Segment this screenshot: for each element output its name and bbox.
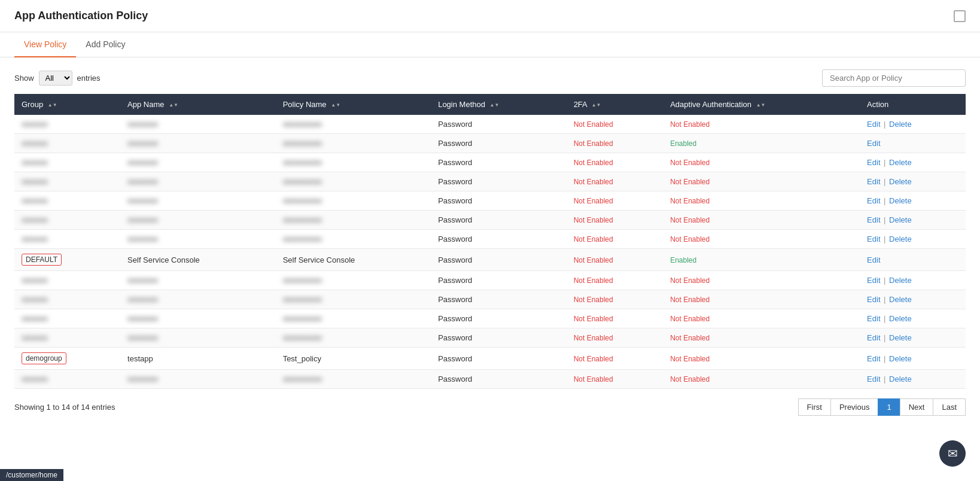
col-group[interactable]: Group ▲▼ [14, 94, 120, 115]
cell-2fa: Not Enabled [567, 249, 664, 271]
cell-login-method: Password [431, 134, 566, 153]
show-entries: Show All 10 25 50 100 entries [14, 71, 101, 86]
cell-action: Edit | Delete [860, 211, 966, 230]
edit-link[interactable]: Edit [867, 276, 880, 285]
pagination-next[interactable]: Next [900, 398, 933, 416]
table-header-row: Group ▲▼ App Name ▲▼ Policy Name ▲▼ Logi… [14, 94, 966, 115]
search-input[interactable] [822, 69, 966, 87]
delete-link[interactable]: Delete [889, 120, 912, 129]
cell-adaptive: Not Enabled [663, 153, 860, 172]
tab-add-policy[interactable]: Add Policy [76, 32, 135, 57]
delete-link[interactable]: Delete [889, 314, 912, 323]
cell-app-name: testapp [120, 348, 276, 370]
status-adaptive: Enabled [670, 256, 696, 264]
table-row: DEFAULTSelf Service ConsoleSelf Service … [14, 249, 966, 271]
delete-link[interactable]: Delete [889, 354, 912, 363]
edit-link[interactable]: Edit [867, 333, 880, 342]
status-adaptive: Not Enabled [670, 334, 710, 342]
delete-link[interactable]: Delete [889, 177, 912, 186]
cell-adaptive: Not Enabled [663, 230, 860, 249]
edit-link[interactable]: Edit [867, 177, 880, 186]
cell-group: ■■■■■■ [14, 191, 120, 211]
blurred-app: ■■■■■■■ [127, 216, 158, 224]
status-2fa: Not Enabled [574, 334, 613, 342]
cell-adaptive: Not Enabled [663, 290, 860, 309]
cell-group: ■■■■■■ [14, 370, 120, 389]
edit-link[interactable]: Edit [867, 139, 880, 148]
action-separator: | [882, 276, 888, 285]
blurred-group: ■■■■■■ [22, 178, 48, 186]
delete-link[interactable]: Delete [889, 295, 912, 304]
showing-text: Showing 1 to 14 of 14 entries [14, 403, 115, 412]
status-adaptive: Not Enabled [670, 216, 710, 224]
blurred-policy: ■■■■■■■■■ [283, 334, 322, 342]
sort-appname-icon: ▲▼ [169, 103, 178, 108]
status-2fa: Not Enabled [574, 315, 613, 323]
edit-link[interactable]: Edit [867, 196, 880, 205]
edit-link[interactable]: Edit [867, 120, 880, 129]
table-row: ■■■■■■■■■■■■■■■■■■■■■■PasswordNot Enable… [14, 134, 966, 153]
status-2fa: Not Enabled [574, 355, 613, 363]
entries-label: entries [77, 74, 101, 83]
cell-group: DEFAULT [14, 249, 120, 271]
entries-select[interactable]: All 10 25 50 100 [39, 71, 72, 86]
delete-link[interactable]: Delete [889, 196, 912, 205]
edit-link[interactable]: Edit [867, 375, 880, 383]
cell-2fa: Not Enabled [567, 191, 664, 211]
pagination-page-1[interactable]: 1 [878, 398, 899, 416]
col-login-method[interactable]: Login Method ▲▼ [431, 94, 566, 115]
blurred-group: ■■■■■■ [22, 159, 48, 167]
cell-adaptive: Not Enabled [663, 211, 860, 230]
pagination: First Previous 1 Next Last [798, 398, 966, 416]
pagination-last[interactable]: Last [933, 398, 966, 416]
blurred-app: ■■■■■■■ [127, 197, 158, 205]
cell-group: ■■■■■■ [14, 172, 120, 191]
col-policy-name[interactable]: Policy Name ▲▼ [276, 94, 431, 115]
pagination-previous[interactable]: Previous [830, 398, 878, 416]
cell-action: Edit | Delete [860, 290, 966, 309]
edit-link[interactable]: Edit [867, 255, 880, 264]
cell-group: ■■■■■■ [14, 153, 120, 172]
table-row: ■■■■■■■■■■■■■■■■■■■■■■PasswordNot Enable… [14, 153, 966, 172]
status-adaptive: Not Enabled [670, 276, 710, 285]
edit-link[interactable]: Edit [867, 235, 880, 243]
cell-2fa: Not Enabled [567, 211, 664, 230]
cell-policy-name: ■■■■■■■■■ [276, 309, 431, 328]
action-separator: | [882, 215, 888, 224]
sort-login-icon: ▲▼ [490, 103, 500, 108]
cell-policy-name: ■■■■■■■■■ [276, 230, 431, 249]
tab-view-policy[interactable]: View Policy [14, 32, 76, 57]
cell-policy-name: ■■■■■■■■■ [276, 115, 431, 134]
cell-group: ■■■■■■ [14, 115, 120, 134]
edit-link[interactable]: Edit [867, 158, 880, 167]
pagination-first[interactable]: First [798, 398, 830, 416]
delete-link[interactable]: Delete [889, 215, 912, 224]
col-adaptive[interactable]: Adaptive Authentication ▲▼ [663, 94, 860, 115]
edit-link[interactable]: Edit [867, 354, 880, 363]
cell-login-method: Password [431, 309, 566, 328]
delete-link[interactable]: Delete [889, 235, 912, 243]
col-app-name[interactable]: App Name ▲▼ [120, 94, 276, 115]
blurred-app: ■■■■■■■ [127, 120, 158, 129]
col-2fa[interactable]: 2FA ▲▼ [567, 94, 664, 115]
action-separator: | [882, 235, 888, 243]
cell-policy-name: ■■■■■■■■■ [276, 172, 431, 191]
status-2fa: Not Enabled [574, 296, 613, 304]
delete-link[interactable]: Delete [889, 333, 912, 342]
edit-link[interactable]: Edit [867, 215, 880, 224]
status-2fa: Not Enabled [574, 216, 613, 224]
edit-link[interactable]: Edit [867, 295, 880, 304]
cell-policy-name: ■■■■■■■■■ [276, 328, 431, 348]
delete-link[interactable]: Delete [889, 375, 912, 383]
blurred-app: ■■■■■■■ [127, 139, 158, 148]
cell-action: Edit | Delete [860, 115, 966, 134]
cell-2fa: Not Enabled [567, 348, 664, 370]
delete-link[interactable]: Delete [889, 158, 912, 167]
cell-group: ■■■■■■ [14, 134, 120, 153]
cell-app-name: ■■■■■■■ [120, 115, 276, 134]
col-action: Action [860, 94, 966, 115]
delete-link[interactable]: Delete [889, 276, 912, 285]
cell-login-method: Password [431, 115, 566, 134]
edit-link[interactable]: Edit [867, 314, 880, 323]
cell-2fa: Not Enabled [567, 134, 664, 153]
